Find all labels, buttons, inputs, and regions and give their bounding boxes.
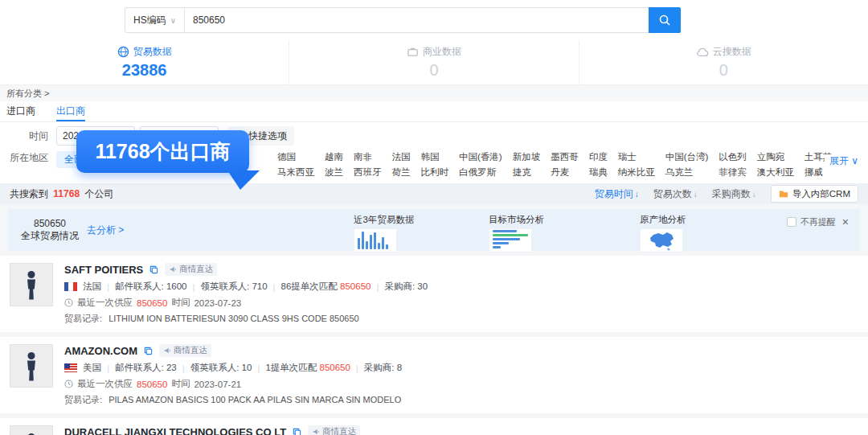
divider: | bbox=[356, 363, 358, 373]
search-category-select[interactable]: HS编码 ∨ bbox=[125, 8, 185, 32]
linkedin-contacts: 领英联系人: 10 bbox=[190, 362, 252, 374]
country-option[interactable]: 南非 bbox=[354, 151, 382, 163]
dismiss-checkbox[interactable] bbox=[787, 217, 796, 227]
person-silhouette-icon bbox=[22, 432, 41, 435]
data-source-stats: 贸易数据 23886 商业数据 0 云搜数据 0 bbox=[0, 40, 868, 85]
copy-icon[interactable] bbox=[149, 265, 158, 274]
buyer-count: 采购商: 8 bbox=[364, 362, 402, 374]
email-contacts: 邮件联系人: 1600 bbox=[115, 281, 186, 293]
exporter-count-tooltip: 11768个出口商 bbox=[76, 130, 249, 173]
chevron-down-icon: ∨ bbox=[170, 16, 176, 25]
company-name[interactable]: DURACELL JIANGXI TECHNOLOGIES CO LT bbox=[64, 426, 286, 435]
country-option[interactable]: 中国(香港) bbox=[459, 151, 502, 163]
country-column: 中国(台湾)乌克兰 bbox=[665, 151, 709, 179]
country-option[interactable]: 瑞典 bbox=[589, 166, 608, 179]
sort-trade-time[interactable]: 贸易时间 ↓ bbox=[595, 187, 639, 201]
search-category-label: HS编码 bbox=[133, 14, 166, 27]
tab-importer[interactable]: 进口商 bbox=[6, 101, 35, 121]
country-column: 立陶宛澳大利亚 bbox=[757, 151, 794, 179]
business-info-badge[interactable]: 商情直达 bbox=[159, 344, 211, 357]
country-column: 韩国比利时 bbox=[421, 151, 449, 179]
divider: | bbox=[273, 282, 276, 292]
close-icon[interactable]: × bbox=[842, 215, 849, 228]
country-option[interactable]: 挪威 bbox=[805, 166, 833, 179]
summary-hs-code: 850650 bbox=[21, 218, 79, 230]
country-option[interactable]: 荷兰 bbox=[392, 166, 411, 179]
country-column: 瑞士纳米比亚 bbox=[618, 151, 655, 179]
megaphone-icon bbox=[312, 428, 320, 435]
company-thumbnail[interactable] bbox=[10, 344, 53, 388]
country-option[interactable]: 西班牙 bbox=[354, 166, 382, 179]
country-column: 德国马来西亚 bbox=[277, 151, 314, 179]
stat-trade-data[interactable]: 贸易数据 23886 bbox=[0, 40, 289, 84]
stat-business-value: 0 bbox=[429, 61, 438, 80]
expand-countries-link[interactable]: 展开 ∨ bbox=[825, 154, 858, 168]
stat-business-label: 商业数据 bbox=[423, 45, 461, 59]
last-supply-code: 850650 bbox=[137, 380, 167, 389]
search-box: HS编码 ∨ bbox=[125, 7, 681, 33]
badge-label: 商情直达 bbox=[174, 345, 207, 356]
trade-record-text: PILAS AMAZON BASICS 100 PACK AA PILAS SI… bbox=[108, 395, 401, 404]
company-row: AMAZON.COM 商情直达 美国 | 邮件联系人: 23 | 领英联系人: … bbox=[0, 337, 868, 413]
summary-chart-origin[interactable]: 原产地分析 bbox=[640, 214, 686, 252]
mini-map-chart bbox=[640, 228, 683, 252]
country-option[interactable]: 纳米比亚 bbox=[618, 166, 655, 179]
trade-summary-card: 850650 全球贸易情况 去分析 > 近3年贸易数据 目标市场分析 原产地分析… bbox=[8, 209, 860, 251]
breadcrumb[interactable]: 所有分类 > bbox=[0, 85, 868, 101]
copy-icon[interactable] bbox=[293, 428, 301, 435]
country-option[interactable]: 澳大利亚 bbox=[757, 166, 794, 179]
country-option[interactable]: 韩国 bbox=[421, 151, 449, 163]
summary-chart-market[interactable]: 目标市场分析 bbox=[489, 214, 544, 252]
search-input[interactable] bbox=[185, 8, 649, 32]
country-option[interactable]: 印度 bbox=[589, 151, 608, 163]
search-button[interactable] bbox=[649, 7, 681, 33]
bol-match: 86提单次匹配 850650 bbox=[281, 281, 371, 293]
country-option[interactable]: 马来西亚 bbox=[277, 166, 314, 179]
summary-chart-trade-label: 近3年贸易数据 bbox=[354, 214, 414, 226]
summary-chart-trade[interactable]: 近3年贸易数据 bbox=[354, 214, 414, 252]
dismiss-label: 不再提醒 bbox=[800, 216, 836, 228]
sort-buyer-count[interactable]: 采购商数 ↓ bbox=[712, 187, 756, 201]
results-suffix: 个公司 bbox=[84, 188, 113, 199]
sort-trade-count[interactable]: 贸易次数 ↓ bbox=[653, 187, 698, 201]
country-filter-list: 德国马来西亚 越南波兰 南非西班牙 法国荷兰 韩国比利时 中国(香港)白俄罗斯 … bbox=[277, 151, 832, 179]
country-option[interactable]: 乌克兰 bbox=[665, 166, 709, 179]
megaphone-icon bbox=[169, 265, 177, 273]
business-info-badge[interactable]: 商情直达 bbox=[308, 425, 360, 435]
country-option[interactable]: 丹麦 bbox=[551, 166, 579, 179]
country-option[interactable]: 菲律宾 bbox=[719, 166, 747, 179]
clock-icon bbox=[64, 380, 73, 388]
last-supply-label: 最近一次供应 bbox=[77, 297, 133, 309]
import-crm-button[interactable]: 导入内部CRM bbox=[771, 185, 858, 203]
company-thumbnail[interactable] bbox=[10, 263, 53, 306]
country-option[interactable]: 以色列 bbox=[719, 151, 747, 163]
country-option[interactable]: 新加坡 bbox=[513, 151, 541, 163]
country-option[interactable]: 越南 bbox=[325, 151, 343, 163]
stat-cloud-data[interactable]: 云搜数据 0 bbox=[579, 40, 868, 84]
country-option[interactable]: 墨西哥 bbox=[551, 151, 579, 163]
cloud-icon bbox=[696, 47, 709, 58]
country-option[interactable]: 法国 bbox=[392, 151, 411, 163]
country-option[interactable]: 捷克 bbox=[513, 166, 541, 179]
sort-trade-count-label: 贸易次数 bbox=[653, 187, 692, 201]
company-thumbnail[interactable] bbox=[10, 425, 53, 435]
country-option[interactable]: 中国(台湾) bbox=[665, 151, 709, 163]
company-name[interactable]: AMAZON.COM bbox=[64, 345, 137, 357]
country-option[interactable]: 立陶宛 bbox=[757, 151, 794, 163]
copy-icon[interactable] bbox=[144, 347, 153, 355]
country-option[interactable]: 比利时 bbox=[421, 166, 449, 179]
tab-exporter[interactable]: 出口商 bbox=[56, 101, 85, 121]
sort-down-icon: ↓ bbox=[694, 190, 698, 199]
country-option[interactable]: 白俄罗斯 bbox=[459, 166, 502, 179]
business-info-badge[interactable]: 商情直达 bbox=[165, 263, 217, 276]
company-name[interactable]: SAFT POITIERS bbox=[64, 264, 143, 276]
linkedin-contacts: 领英联系人: 710 bbox=[200, 281, 267, 293]
company-country: 美国 bbox=[83, 362, 101, 374]
dismiss-control: 不再提醒 × bbox=[787, 215, 849, 228]
importer-exporter-tabs: 进口商 出口商 bbox=[0, 101, 868, 122]
country-option[interactable]: 瑞士 bbox=[618, 151, 655, 163]
country-option[interactable]: 德国 bbox=[277, 151, 314, 163]
country-option[interactable]: 波兰 bbox=[325, 166, 343, 179]
stat-business-data[interactable]: 商业数据 0 bbox=[289, 40, 578, 84]
go-analyze-link[interactable]: 去分析 > bbox=[87, 224, 124, 237]
